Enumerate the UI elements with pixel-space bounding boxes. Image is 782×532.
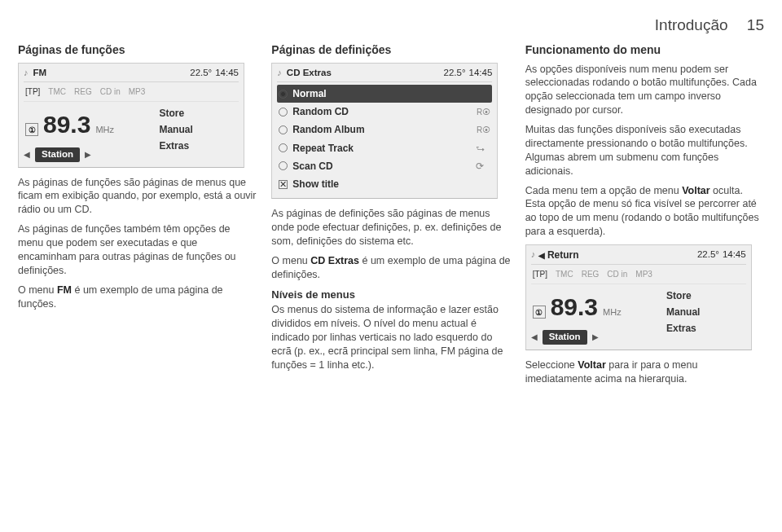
clock: 14:45 <box>469 67 493 80</box>
temperature: 22.5° <box>190 67 212 80</box>
preset-badge: ① <box>25 123 38 136</box>
frequency-display: 89.3 <box>551 291 598 324</box>
status-mp3: MP3 <box>129 86 146 98</box>
menu-store[interactable]: Store <box>666 288 746 304</box>
repeat-one-icon <box>474 142 485 155</box>
col3-para2: Muitas das funções disponíveis são execu… <box>525 123 764 178</box>
col2-title: Páginas de definições <box>271 42 510 58</box>
radio-icon <box>279 108 288 117</box>
header-title: Introdução <box>655 16 728 33</box>
menu-extras[interactable]: Extras <box>159 138 239 154</box>
col3-p3a: Cada menu tem a opção de menu <box>525 185 682 196</box>
col1-para1: As páginas de funções são páginas de men… <box>18 176 257 218</box>
ui-cd-extras-screen: CD Extras 22.5° 14:45 Normal Random CD R… <box>271 63 498 200</box>
ui-topbar: FM 22.5° 14:45 <box>24 67 239 83</box>
prev-icon[interactable]: ◀ <box>24 149 30 160</box>
menu-manual[interactable]: Manual <box>159 121 239 138</box>
page-header: Introdução 15 <box>18 15 764 36</box>
col3-para4: Seleccione Voltar para ir para o menu im… <box>525 358 764 386</box>
label-repeat-track: Repeat Track <box>292 142 474 155</box>
col1-p3a: O menu <box>18 284 57 296</box>
frequency-unit: MHz <box>95 124 114 136</box>
row-show-title[interactable]: Show title <box>277 175 492 193</box>
col2-p2b: CD Extras <box>310 255 359 266</box>
ui-topbar: Return 22.5° 14:45 <box>531 248 746 265</box>
label-show-title: Show title <box>292 178 490 191</box>
frequency-row: ① 89.3 MHz <box>24 105 152 143</box>
col2-para3: Os menus do sistema de informação e laze… <box>271 303 510 372</box>
station-row[interactable]: ◀ Station ▶ <box>24 147 152 162</box>
ui-left: ① 89.3 MHz ◀ Station ▶ <box>24 105 152 162</box>
row-random-album[interactable]: Random Album R⦿ <box>277 121 492 138</box>
prev-icon[interactable]: ◀ <box>531 332 538 343</box>
status-tp: [TP] <box>533 269 547 280</box>
col2-para1: As páginas de definições são páginas de … <box>271 207 510 248</box>
status-tmc: TMC <box>556 269 573 280</box>
ui-side-menu: Store Manual Extras <box>666 288 746 337</box>
col1-para2: As páginas de funções também têm opções … <box>18 222 257 278</box>
temperature: 22.5° <box>444 67 466 80</box>
label-scan-cd: Scan CD <box>292 160 474 173</box>
station-button[interactable]: Station <box>543 330 587 345</box>
label-random-cd: Random CD <box>292 105 477 118</box>
station-button[interactable]: Station <box>35 147 80 162</box>
col3-para3: Cada menu tem a opção de menu Voltar ocu… <box>525 184 764 240</box>
band-label: FM <box>33 67 47 80</box>
return-button[interactable]: Return <box>538 248 578 262</box>
col2-subtitle: Níveis de menus <box>271 288 510 302</box>
ui-main: ① 89.3 MHz ◀ Station ▶ Store Manual Extr… <box>531 288 746 345</box>
col1-title: Páginas de funções <box>18 42 257 58</box>
temperature: 22.5° <box>697 248 719 262</box>
next-icon[interactable]: ▶ <box>592 332 599 343</box>
col1-para3: O menu FM é um exemplo de uma página de … <box>18 284 257 311</box>
col2-para2: O menu CD Extras é um exemplo de uma pág… <box>271 254 510 282</box>
music-icon <box>24 67 29 80</box>
preset-badge: ① <box>533 306 546 319</box>
clock: 14:45 <box>723 248 746 262</box>
row-random-cd[interactable]: Random CD R⦿ <box>277 103 492 121</box>
music-icon <box>531 248 536 262</box>
ui-topbar: CD Extras 22.5° 14:45 <box>277 67 492 83</box>
status-cdin: CD in <box>607 269 627 280</box>
row-normal[interactable]: Normal <box>277 85 492 103</box>
ui-main: ① 89.3 MHz ◀ Station ▶ Store Manual Extr… <box>24 105 239 162</box>
row-repeat-track[interactable]: Repeat Track <box>277 139 492 157</box>
ui-return-screen: Return 22.5° 14:45 [TP] TMC REG CD in MP… <box>525 244 752 350</box>
shuffle-icon: R⦿ <box>477 107 490 118</box>
frequency-row: ① 89.3 MHz <box>531 288 660 326</box>
radio-icon <box>279 125 288 134</box>
label-normal: Normal <box>292 87 490 100</box>
station-row[interactable]: ◀ Station ▶ <box>531 330 660 345</box>
column-functions: Páginas de funções FM 22.5° 14:45 [TP] T… <box>18 42 257 392</box>
shuffle-icon: R⦿ <box>477 125 490 136</box>
menu-extras[interactable]: Extras <box>666 320 746 336</box>
col3-p4b: Voltar <box>578 359 606 371</box>
radio-filled-icon <box>279 90 288 99</box>
next-icon[interactable]: ▶ <box>85 149 91 160</box>
radio-icon <box>279 143 288 152</box>
col3-p4a: Seleccione <box>525 359 578 371</box>
col3-title: Funcionamento do menu <box>525 42 764 58</box>
status-tp: [TP] <box>25 86 40 98</box>
ui-fm-screen: FM 22.5° 14:45 [TP] TMC REG CD in MP3 ① … <box>18 63 244 168</box>
col2-p2a: O menu <box>271 255 310 266</box>
menu-store[interactable]: Store <box>159 105 239 121</box>
ui-left: ① 89.3 MHz ◀ Station ▶ <box>531 288 660 345</box>
status-tmc: TMC <box>48 86 66 98</box>
page-number: 15 <box>747 16 764 33</box>
frequency-display: 89.3 <box>43 108 90 142</box>
checkbox-checked-icon <box>279 180 288 189</box>
column-definitions: Páginas de definições CD Extras 22.5° 14… <box>271 42 510 392</box>
col3-para1: As opções disponíveis num menu podem ser… <box>525 63 764 118</box>
label-random-album: Random Album <box>292 123 477 136</box>
column-operation: Funcionamento do menu As opções disponív… <box>525 42 764 392</box>
col1-p3b: FM <box>57 284 72 296</box>
status-reg: REG <box>74 86 92 98</box>
screen-title: CD Extras <box>287 67 332 80</box>
menu-manual[interactable]: Manual <box>666 304 746 320</box>
ui-side-menu: Store Manual Extras <box>159 105 239 155</box>
frequency-unit: MHz <box>603 306 622 319</box>
col3-p3b: Voltar <box>682 185 710 196</box>
row-scan-cd[interactable]: Scan CD <box>277 157 492 175</box>
status-bar: [TP] TMC REG CD in MP3 <box>531 267 746 284</box>
